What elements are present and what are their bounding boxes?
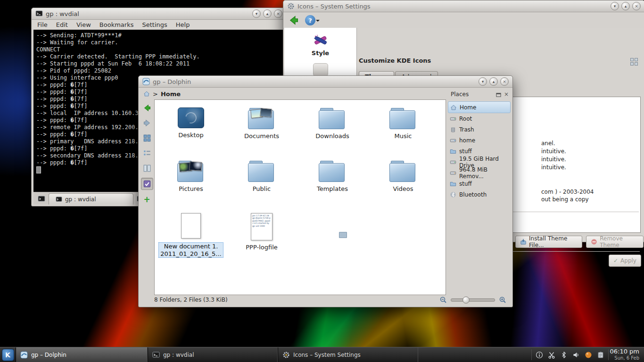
terminal-icon bbox=[152, 351, 160, 359]
home-crumb-icon[interactable] bbox=[143, 90, 150, 97]
minimize-icon[interactable]: ▾ bbox=[479, 77, 487, 86]
menu-settings[interactable]: Settings bbox=[142, 21, 167, 28]
new-tab-button[interactable] bbox=[36, 194, 47, 204]
close-icon[interactable]: × bbox=[500, 77, 509, 86]
category-style[interactable]: Style bbox=[284, 28, 356, 57]
back-arrow-icon[interactable] bbox=[141, 102, 153, 114]
folder-item[interactable]: Documents bbox=[244, 105, 279, 157]
place-home-dir[interactable]: home bbox=[448, 135, 511, 146]
maximize-icon[interactable]: ▴ bbox=[263, 9, 272, 18]
columns-view-icon[interactable] bbox=[141, 163, 153, 174]
split-add-icon[interactable]: + bbox=[141, 194, 153, 205]
info-icon[interactable] bbox=[536, 351, 543, 359]
dolphin-side-toolbar: + bbox=[140, 100, 154, 294]
forward-arrow-icon[interactable] bbox=[141, 117, 153, 129]
folder-view[interactable]: Desktop Documents Downloads Music bbox=[154, 99, 446, 295]
clock[interactable]: 06:10 pm Sun, 6 Feb bbox=[610, 347, 644, 362]
folder-item[interactable]: Videos bbox=[389, 157, 417, 210]
dolphin-window: gp – Dolphin ▾ ▴ × > Home + bbox=[138, 75, 513, 307]
apply-button[interactable]: ✓ Apply bbox=[609, 255, 641, 267]
dolphin-titlebar[interactable]: gp – Dolphin ▾ ▴ × bbox=[139, 76, 512, 88]
folder-item[interactable]: Downloads bbox=[315, 105, 349, 157]
folder-item[interactable]: Music bbox=[389, 105, 417, 157]
harddrive-icon bbox=[450, 159, 456, 165]
menu-edit[interactable]: Edit bbox=[56, 21, 68, 28]
dolphin-icon bbox=[20, 351, 28, 359]
zoom-out-icon[interactable] bbox=[439, 296, 447, 304]
place-root[interactable]: Root bbox=[448, 113, 511, 124]
zoom-slider[interactable] bbox=[451, 298, 495, 302]
theme-list-fragment: intuitive. bbox=[541, 148, 638, 156]
kmenu-button[interactable]: K bbox=[0, 347, 16, 362]
klipper-scissors-icon[interactable] bbox=[548, 351, 555, 359]
details-view-icon[interactable] bbox=[141, 148, 153, 159]
clipboard-icon[interactable] bbox=[597, 351, 604, 359]
menu-bookmarks[interactable]: Bookmarks bbox=[99, 21, 134, 28]
float-panel-icon[interactable] bbox=[496, 92, 501, 97]
system-tray bbox=[532, 347, 608, 362]
maximize-icon[interactable]: ▴ bbox=[489, 77, 498, 86]
task-system-settings[interactable]: Icons – System Settings bbox=[278, 347, 418, 362]
terminal-tab-label: gp : wvdial bbox=[65, 196, 96, 203]
crumb-home[interactable]: Home bbox=[161, 90, 181, 98]
close-icon[interactable]: × bbox=[632, 2, 641, 10]
partial-category-icon[interactable] bbox=[313, 63, 328, 76]
folder-label: Templates bbox=[317, 186, 348, 193]
close-icon[interactable]: × bbox=[274, 9, 282, 18]
harddrive-icon bbox=[450, 115, 456, 122]
back-arrow-icon[interactable] bbox=[288, 15, 299, 26]
folder-label: Documents bbox=[244, 133, 279, 140]
folder-label: Downloads bbox=[315, 133, 349, 140]
theme-buttons-row: Install Theme File... Remove Theme bbox=[515, 236, 644, 248]
menu-file[interactable]: File bbox=[37, 21, 48, 28]
file-item-selected[interactable]: New document 1. 2011_01_20_16_5... bbox=[158, 210, 223, 263]
help-icon[interactable]: ? bbox=[305, 15, 315, 25]
close-panel-icon[interactable]: × bbox=[504, 91, 509, 98]
folder-item[interactable]: Pictures bbox=[177, 157, 205, 210]
places-title: Places bbox=[451, 91, 469, 98]
bluetooth-icon[interactable] bbox=[560, 351, 568, 359]
file-item[interactable]: Jan 17 09:47:18 gp-Aspire-5738 pppd[1946… bbox=[246, 210, 278, 263]
menu-view[interactable]: View bbox=[76, 21, 91, 28]
dolphin-window-buttons: ▾ ▴ × bbox=[479, 77, 509, 86]
place-stuff-2[interactable]: stuff bbox=[448, 178, 511, 189]
task-label: gp : wvdial bbox=[163, 352, 194, 358]
folder-item[interactable]: Desktop bbox=[178, 105, 204, 157]
volume-icon[interactable] bbox=[572, 351, 580, 359]
dolphin-title: gp – Dolphin bbox=[153, 78, 191, 85]
preview-toggle-icon[interactable] bbox=[141, 178, 153, 190]
zoom-in-icon[interactable] bbox=[499, 296, 506, 304]
folder-item[interactable]: Templates bbox=[317, 157, 348, 210]
device-notifier-icon[interactable] bbox=[585, 351, 592, 359]
settings-title: Icons – System Settings bbox=[297, 3, 371, 10]
settings-titlebar[interactable]: Icons – System Settings ▾ ▴ × bbox=[283, 0, 644, 12]
overview-grid-icon[interactable] bbox=[630, 58, 639, 66]
install-theme-button[interactable]: Install Theme File... bbox=[515, 236, 582, 248]
terminal-titlebar[interactable]: gp : wvdial ▾ ▴ × bbox=[32, 8, 286, 20]
theme-description-line: out being a copy bbox=[541, 196, 638, 204]
minimize-icon[interactable]: ▾ bbox=[611, 2, 619, 10]
task-label: gp – Dolphin bbox=[31, 352, 66, 358]
maximize-icon[interactable]: ▴ bbox=[621, 2, 630, 10]
settings-window-buttons: ▾ ▴ × bbox=[611, 2, 641, 10]
minimize-icon[interactable]: ▾ bbox=[252, 9, 261, 18]
folder-label: Music bbox=[395, 133, 412, 140]
terminal-line: CONNECT bbox=[36, 46, 281, 53]
kde-logo-icon: K bbox=[2, 349, 14, 361]
terminal-tab[interactable]: gp : wvdial bbox=[49, 193, 133, 205]
task-dolphin[interactable]: gp – Dolphin bbox=[16, 347, 148, 362]
folder-item[interactable]: Public bbox=[248, 157, 275, 210]
task-wvdial[interactable]: gp : wvdial bbox=[148, 347, 278, 362]
place-home[interactable]: Home bbox=[448, 101, 511, 113]
place-bluetooth[interactable]: Bluetooth bbox=[448, 189, 511, 200]
zoom-slider-handle[interactable] bbox=[462, 296, 470, 304]
remove-theme-button[interactable]: Remove Theme bbox=[586, 236, 644, 248]
place-trash[interactable]: Trash bbox=[448, 124, 511, 135]
place-removable[interactable]: 964.8 MiB Remov... bbox=[448, 167, 511, 178]
file-label: PPP-logfile bbox=[246, 244, 278, 251]
taskbar: K gp – Dolphin gp : wvdial Icons – Syste… bbox=[0, 347, 644, 362]
terminal-title: gp : wvdial bbox=[46, 10, 79, 17]
icons-view-icon[interactable] bbox=[141, 132, 153, 144]
stray-thumbnail-icon bbox=[339, 232, 347, 238]
menu-help[interactable]: Help bbox=[176, 21, 190, 28]
